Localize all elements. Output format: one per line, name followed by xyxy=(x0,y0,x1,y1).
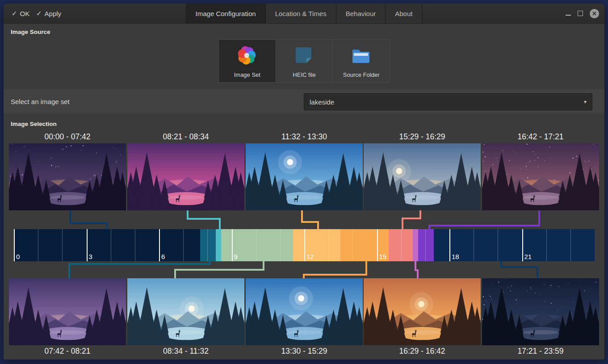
time-range-label: 08:34 - 11:32 xyxy=(127,347,244,356)
image-set-dropdown[interactable]: lakeside ▾ xyxy=(304,93,592,110)
titlebar: ✓ OK ✓ Apply Image Configuration Locatio… xyxy=(4,4,604,24)
time-range-label: 13:30 - 15:29 xyxy=(246,347,363,356)
hour-tick xyxy=(280,229,281,261)
close-icon: ✕ xyxy=(592,10,597,17)
hour-tick xyxy=(522,229,523,261)
timeline-segment xyxy=(418,229,434,261)
time-range-label: 15:29 - 16:29 xyxy=(364,132,481,142)
hour-tick xyxy=(377,229,378,261)
hour-label: 6 xyxy=(161,253,165,260)
connector-line xyxy=(415,261,418,278)
timeline-segment xyxy=(200,229,216,261)
hour-label: 12 xyxy=(306,253,314,260)
time-range-label: 08:21 - 08:34 xyxy=(127,132,244,142)
timeline-segment xyxy=(413,229,418,261)
time-range-label: 11:32 - 13:30 xyxy=(246,132,363,142)
timeline-segment xyxy=(14,229,200,261)
source-option-image-set[interactable]: Image Set xyxy=(219,40,276,82)
timeline-segment xyxy=(389,229,413,261)
hour-tick xyxy=(425,229,426,261)
time-range-label: 16:42 - 17:21 xyxy=(482,132,599,142)
hour-label: 3 xyxy=(89,253,92,260)
hour-label: 9 xyxy=(234,253,238,260)
hour-tick xyxy=(232,229,233,261)
hour-label: 0 xyxy=(16,253,20,260)
tab-behaviour[interactable]: Behaviour xyxy=(336,4,386,23)
color-wheel-icon xyxy=(236,44,258,68)
hour-tick xyxy=(159,229,160,261)
time-range-label: 00:00 - 07:42 xyxy=(9,132,126,142)
hour-tick xyxy=(474,229,474,261)
hour-tick xyxy=(87,229,88,261)
hour-tick xyxy=(546,229,547,261)
check-icon: ✓ xyxy=(36,9,42,17)
connector-line xyxy=(70,210,107,230)
ok-button-label: OK xyxy=(20,10,30,17)
hour-tick xyxy=(38,229,38,261)
image-set-select-label: Select an image set xyxy=(11,89,70,113)
image-set-dropdown-value: lakeside xyxy=(310,98,334,106)
heic-file-icon xyxy=(293,44,315,68)
hour-tick xyxy=(111,229,111,261)
wallpaper-thumbnail[interactable] xyxy=(364,278,481,345)
image-set-select-row: Select an image set lakeside ▾ xyxy=(4,89,604,113)
source-type-group: Image Set HEIC file Source Folder xyxy=(218,39,390,83)
image-selection-heading: Image Selection xyxy=(11,121,57,127)
ok-button[interactable]: ✓ OK xyxy=(12,4,29,23)
time-range-label: 16:29 - 16:42 xyxy=(364,347,481,356)
hour-tick xyxy=(304,229,305,261)
app-window: ✓ OK ✓ Apply Image Configuration Locatio… xyxy=(4,4,604,360)
source-option-source-folder[interactable]: Source Folder xyxy=(333,40,390,82)
time-range-label: 17:21 - 23:59 xyxy=(482,347,599,356)
folder-icon xyxy=(350,44,373,68)
hour-tick xyxy=(498,229,498,261)
connector-line xyxy=(302,210,318,230)
hour-tick xyxy=(570,229,571,261)
connector-line xyxy=(175,261,264,278)
connector-line xyxy=(188,210,220,230)
close-button[interactable]: ✕ xyxy=(590,9,599,18)
image-source-heading: Image Source xyxy=(11,29,50,35)
hour-tick xyxy=(135,229,135,261)
wallpaper-thumbnail[interactable] xyxy=(482,278,599,345)
wallpaper-thumbnail[interactable] xyxy=(246,143,363,210)
tab-about[interactable]: About xyxy=(386,4,422,23)
check-icon: ✓ xyxy=(12,9,17,17)
tab-image-configuration[interactable]: Image Configuration xyxy=(186,4,266,23)
chevron-down-icon: ▾ xyxy=(584,99,587,105)
timeline-bar: 036912151821 xyxy=(14,229,595,261)
wallpaper-thumbnail[interactable] xyxy=(9,143,126,210)
tab-bar: Image Configuration Location & Times Beh… xyxy=(186,4,423,23)
hour-label: 15 xyxy=(379,253,387,260)
hour-tick xyxy=(449,229,450,261)
time-range-label: 07:42 - 08:21 xyxy=(9,347,126,356)
hour-tick xyxy=(352,229,353,261)
source-option-heic-file[interactable]: HEIC file xyxy=(276,40,333,82)
apply-button-label: Apply xyxy=(45,10,62,17)
connector-line xyxy=(69,261,210,278)
hour-tick xyxy=(14,229,15,261)
hour-tick xyxy=(401,229,402,261)
hour-tick xyxy=(183,229,184,261)
hour-tick xyxy=(62,229,63,261)
connector-line xyxy=(501,261,537,278)
wallpaper-thumbnail[interactable] xyxy=(9,278,126,345)
hour-label: 21 xyxy=(524,253,532,260)
maximize-button[interactable] xyxy=(578,11,583,16)
timeline-segment xyxy=(216,229,221,261)
tab-location-times[interactable]: Location & Times xyxy=(266,4,336,23)
apply-button[interactable]: ✓ Apply xyxy=(36,4,61,23)
wallpaper-thumbnail[interactable] xyxy=(364,143,481,210)
connector-line xyxy=(429,210,539,230)
wallpaper-thumbnail[interactable] xyxy=(127,143,244,210)
window-controls: ✕ xyxy=(566,4,599,23)
wallpaper-thumbnail[interactable] xyxy=(482,143,599,210)
wallpaper-thumbnail[interactable] xyxy=(246,278,363,345)
minimize-button[interactable] xyxy=(566,15,571,16)
hour-tick xyxy=(328,229,329,261)
source-option-label: Source Folder xyxy=(343,71,380,78)
hour-tick xyxy=(207,229,208,261)
wallpaper-thumbnail[interactable] xyxy=(127,278,244,345)
hour-label: 18 xyxy=(452,253,459,260)
hour-tick xyxy=(256,229,256,261)
